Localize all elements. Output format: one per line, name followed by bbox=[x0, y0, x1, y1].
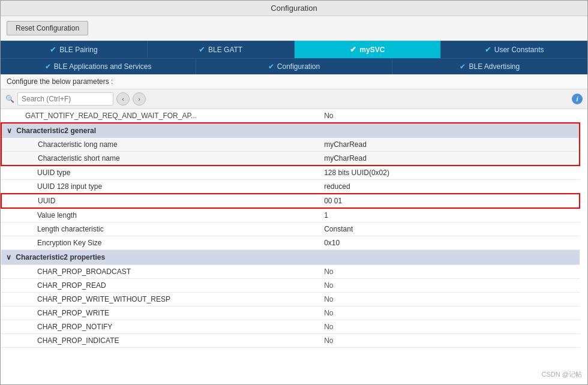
table-row: Encryption Key Size 0x10 bbox=[1, 236, 580, 250]
toolbar: Reset Configuration bbox=[1, 16, 587, 41]
table-row: Characteristic short name myCharRead bbox=[1, 152, 580, 166]
table-row: CHAR_PROP_INDICATE No bbox=[1, 334, 580, 348]
table-row: Value length 1 bbox=[1, 208, 580, 222]
row-label: Length characteristic bbox=[1, 222, 319, 236]
table-row: UUID 128 input type reduced bbox=[1, 180, 580, 194]
tab-label-configuration: Configuration bbox=[277, 62, 320, 71]
watermark: CSDN @记帖 bbox=[542, 370, 582, 379]
expand-icon-props: ∨ bbox=[6, 253, 11, 261]
table-row: CHAR_PROP_NOTIFY No bbox=[1, 320, 580, 334]
row-value: No bbox=[319, 306, 580, 320]
next-button[interactable]: › bbox=[133, 92, 146, 106]
table-row-uuid: UUID 00 01 bbox=[1, 194, 580, 208]
row-value: No bbox=[319, 334, 580, 348]
tab-label-ble-apps: BLE Applications and Services bbox=[54, 62, 152, 71]
table-row: GATT_NOTIFY_READ_REQ_AND_WAIT_FOR_AP... … bbox=[1, 109, 580, 123]
row-value: reduced bbox=[319, 180, 580, 194]
tab-mysvc[interactable]: ✔ mySVC bbox=[295, 41, 442, 58]
prev-button[interactable]: ‹ bbox=[116, 92, 130, 106]
row-value: myCharRead bbox=[319, 138, 580, 152]
check-icon-user-constants: ✔ bbox=[485, 45, 491, 54]
row-value: No bbox=[319, 293, 580, 306]
table-row: Characteristic long name myCharRead bbox=[1, 138, 580, 152]
row-label: UUID type bbox=[1, 166, 319, 180]
tabs-row-2: ✔ BLE Applications and Services ✔ Config… bbox=[1, 58, 587, 74]
table-row: ∨ Characteristic2 properties bbox=[1, 250, 580, 265]
check-icon-ble-apps: ✔ bbox=[45, 62, 51, 71]
row-value: Constant bbox=[319, 222, 580, 236]
reset-configuration-button[interactable]: Reset Configuration bbox=[7, 21, 88, 35]
row-label: Encryption Key Size bbox=[1, 236, 319, 250]
table-row: CHAR_PROP_WRITE_WITHOUT_RESP No bbox=[1, 293, 580, 306]
info-icon[interactable]: i bbox=[572, 94, 583, 104]
table-row: CHAR_PROP_BROADCAST No bbox=[1, 265, 580, 279]
search-bar: 🔍 ‹ › i bbox=[1, 89, 587, 109]
row-label: UUID 128 input type bbox=[1, 180, 319, 194]
row-label: CHAR_PROP_BROADCAST bbox=[1, 265, 319, 279]
row-value: No bbox=[319, 320, 580, 334]
tab-configuration[interactable]: ✔ Configuration bbox=[196, 59, 392, 74]
check-icon-mysvc: ✔ bbox=[350, 45, 356, 54]
row-label: CHAR_PROP_NOTIFY bbox=[1, 320, 319, 334]
table-row: ∨ Characteristic2 general bbox=[1, 123, 580, 138]
row-label: Characteristic short name bbox=[1, 152, 319, 166]
tab-label-ble-pairing: BLE Pairing bbox=[59, 46, 97, 54]
check-icon-ble-advertising: ✔ bbox=[460, 62, 466, 71]
row-label: Value length bbox=[1, 208, 319, 222]
row-value: 1 bbox=[319, 208, 580, 222]
row-value: No bbox=[319, 279, 580, 293]
content-area[interactable]: GATT_NOTIFY_READ_REQ_AND_WAIT_FOR_AP... … bbox=[1, 109, 587, 384]
row-value: No bbox=[319, 265, 580, 279]
tabs-row-1: ✔ BLE Pairing ✔ BLE GATT ✔ mySVC ✔ User … bbox=[1, 41, 587, 58]
row-label-uuid: UUID bbox=[1, 194, 319, 208]
tab-label-user-constants: User Constants bbox=[494, 46, 544, 54]
config-header: Configure the below parameters : bbox=[1, 74, 587, 89]
row-value-uuid: 00 01 bbox=[319, 194, 580, 208]
tab-label-ble-gatt: BLE GATT bbox=[208, 46, 242, 54]
tab-user-constants[interactable]: ✔ User Constants bbox=[441, 41, 587, 58]
table-row: UUID type 128 bits UUID(0x02) bbox=[1, 166, 580, 180]
expand-icon: ∨ bbox=[7, 127, 12, 135]
table-row: CHAR_PROP_WRITE No bbox=[1, 306, 580, 320]
main-window: Configuration Reset Configuration ✔ BLE … bbox=[0, 0, 588, 385]
row-label: Characteristic long name bbox=[1, 138, 319, 152]
tab-label-mysvc: mySVC bbox=[359, 46, 385, 54]
section-header-char2-general: ∨ Characteristic2 general bbox=[1, 123, 580, 138]
window-title: Configuration bbox=[271, 4, 317, 13]
tab-ble-apps[interactable]: ✔ BLE Applications and Services bbox=[1, 59, 196, 74]
row-value: myCharRead bbox=[319, 152, 580, 166]
check-icon-configuration: ✔ bbox=[268, 62, 274, 71]
row-value: 128 bits UUID(0x02) bbox=[319, 166, 580, 180]
row-label: CHAR_PROP_WRITE_WITHOUT_RESP bbox=[1, 293, 319, 306]
config-table: GATT_NOTIFY_READ_REQ_AND_WAIT_FOR_AP... … bbox=[1, 109, 580, 348]
title-bar: Configuration bbox=[1, 1, 587, 16]
check-icon-ble-gatt: ✔ bbox=[199, 45, 205, 54]
check-icon-ble-pairing: ✔ bbox=[50, 45, 56, 54]
table-row: CHAR_PROP_READ No bbox=[1, 279, 580, 293]
row-label: CHAR_PROP_INDICATE bbox=[1, 334, 319, 348]
tab-ble-gatt[interactable]: ✔ BLE GATT bbox=[148, 41, 295, 58]
search-icon: 🔍 bbox=[5, 95, 14, 103]
search-input[interactable] bbox=[17, 92, 113, 106]
tab-ble-pairing[interactable]: ✔ BLE Pairing bbox=[1, 41, 148, 58]
row-label: CHAR_PROP_READ bbox=[1, 279, 319, 293]
row-value: 0x10 bbox=[319, 236, 580, 250]
tab-label-ble-advertising: BLE Advertising bbox=[469, 62, 520, 71]
row-label: CHAR_PROP_WRITE bbox=[1, 306, 319, 320]
section-header-char2-props: ∨ Characteristic2 properties bbox=[1, 250, 580, 265]
row-value: No bbox=[319, 109, 580, 123]
tab-ble-advertising[interactable]: ✔ BLE Advertising bbox=[392, 59, 587, 74]
table-row: Length characteristic Constant bbox=[1, 222, 580, 236]
row-label: GATT_NOTIFY_READ_REQ_AND_WAIT_FOR_AP... bbox=[1, 109, 319, 123]
